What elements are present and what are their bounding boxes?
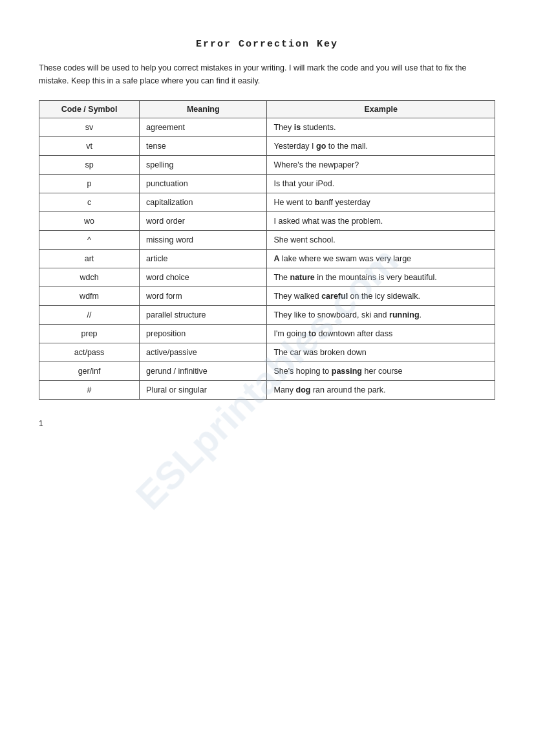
cell-meaning: word choice <box>140 268 267 287</box>
cell-meaning: active/passive <box>140 343 267 362</box>
cell-meaning: tense <box>140 137 267 156</box>
cell-code: ger/inf <box>39 362 140 381</box>
cell-example: Yesterday I go to the mall. <box>267 137 495 156</box>
cell-code: sp <box>39 156 140 175</box>
table-row: wdfmword formThey walked careful on the … <box>39 287 495 306</box>
cell-meaning: spelling <box>140 156 267 175</box>
cell-example: Where's the newpaper? <box>267 156 495 175</box>
header-example: Example <box>267 101 495 118</box>
cell-code: // <box>39 306 140 325</box>
table-row: ppunctuationIs that your iPod. <box>39 175 495 193</box>
table-row: spspellingWhere's the newpaper? <box>39 156 495 175</box>
cell-code: act/pass <box>39 343 140 362</box>
cell-code: sv <box>39 118 140 137</box>
header-meaning: Meaning <box>140 101 267 118</box>
header-code: Code / Symbol <box>39 101 140 118</box>
table-row: ^missing wordShe went school. <box>39 231 495 250</box>
cell-code: wo <box>39 212 140 231</box>
cell-meaning: Plural or singular <box>140 381 267 400</box>
cell-meaning: word order <box>140 212 267 231</box>
table-row: woword orderI asked what was the problem… <box>39 212 495 231</box>
cell-example: A lake where we swam was very large <box>267 250 495 268</box>
cell-meaning: article <box>140 250 267 268</box>
cell-code: wdch <box>39 268 140 287</box>
table-row: //parallel structureThey like to snowboa… <box>39 306 495 325</box>
cell-code: ^ <box>39 231 140 250</box>
cell-code: # <box>39 381 140 400</box>
intro-paragraph: These codes will be used to help you cor… <box>39 61 495 87</box>
cell-code: vt <box>39 137 140 156</box>
cell-example: They like to snowboard, ski and running. <box>267 306 495 325</box>
table-row: ger/infgerund / infinitiveShe's hoping t… <box>39 362 495 381</box>
cell-code: p <box>39 175 140 193</box>
cell-example: Is that your iPod. <box>267 175 495 193</box>
error-correction-table: Code / Symbol Meaning Example svagreemen… <box>39 100 495 400</box>
cell-meaning: punctuation <box>140 175 267 193</box>
cell-meaning: parallel structure <box>140 306 267 325</box>
cell-meaning: missing word <box>140 231 267 250</box>
cell-meaning: gerund / infinitive <box>140 362 267 381</box>
cell-code: c <box>39 193 140 212</box>
cell-meaning: word form <box>140 287 267 306</box>
cell-example: The nature in the mountains is very beau… <box>267 268 495 287</box>
cell-example: Many dog ran around the park. <box>267 381 495 400</box>
table-row: svagreementThey is students. <box>39 118 495 137</box>
cell-example: The car was broken down <box>267 343 495 362</box>
cell-example: I'm going to downtown after dass <box>267 325 495 343</box>
table-row: wdchword choiceThe nature in the mountai… <box>39 268 495 287</box>
table-row: act/passactive/passiveThe car was broken… <box>39 343 495 362</box>
cell-code: wdfm <box>39 287 140 306</box>
table-row: #Plural or singularMany dog ran around t… <box>39 381 495 400</box>
cell-example: They walked careful on the icy sidewalk. <box>267 287 495 306</box>
cell-example: They is students. <box>267 118 495 137</box>
table-row: artarticleA lake where we swam was very … <box>39 250 495 268</box>
cell-example: She's hoping to passing her course <box>267 362 495 381</box>
cell-meaning: capitalization <box>140 193 267 212</box>
page-number: 1 <box>39 419 495 428</box>
page-title: Error Correction Key <box>39 39 495 50</box>
table-row: vttenseYesterday I go to the mall. <box>39 137 495 156</box>
cell-code: prep <box>39 325 140 343</box>
cell-meaning: agreement <box>140 118 267 137</box>
cell-code: art <box>39 250 140 268</box>
table-row: ccapitalizationHe went to banff yesterda… <box>39 193 495 212</box>
cell-example: She went school. <box>267 231 495 250</box>
cell-example: He went to banff yesterday <box>267 193 495 212</box>
cell-meaning: preposition <box>140 325 267 343</box>
cell-example: I asked what was the problem. <box>267 212 495 231</box>
table-row: prepprepositionI'm going to downtown aft… <box>39 325 495 343</box>
